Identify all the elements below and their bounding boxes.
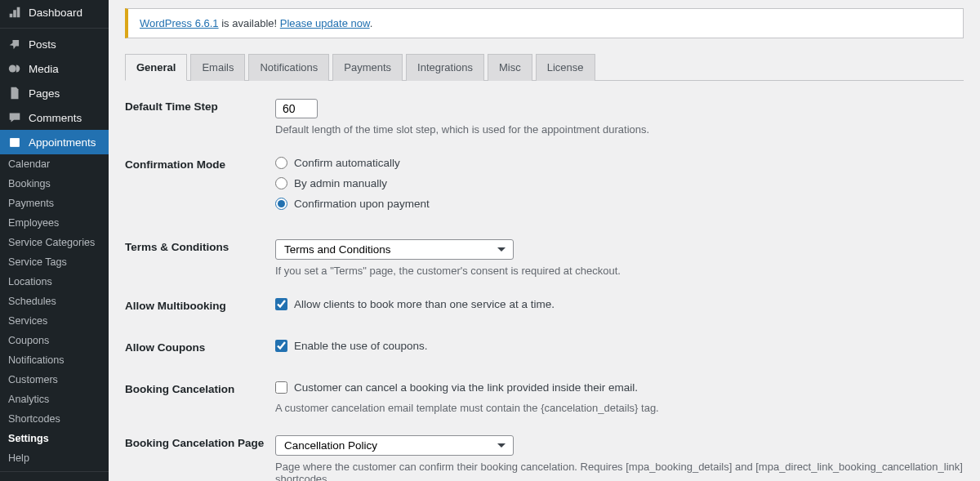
svg-point-0: [9, 65, 16, 73]
sidebar-item-media[interactable]: Media: [0, 56, 109, 81]
multi-label: Allow Multibooking: [125, 298, 275, 318]
multi-checkbox[interactable]: [275, 298, 287, 310]
cancel-label: Booking Cancelation: [125, 381, 275, 414]
confirm-radio[interactable]: [275, 157, 287, 169]
sidebar-sub-services[interactable]: Services: [0, 311, 109, 331]
sidebar-item-dashboard[interactable]: Dashboard: [0, 0, 109, 24]
cancel-page-select[interactable]: Cancellation Policy: [275, 435, 514, 456]
page-icon: [7, 86, 22, 100]
sidebar-sub-locations[interactable]: Locations: [0, 272, 109, 292]
admin-sidebar: DashboardPostsMediaPagesCommentsAppointm…: [0, 0, 109, 481]
sidebar-sub-notifications[interactable]: Notifications: [0, 350, 109, 370]
tab-license[interactable]: License: [536, 54, 595, 81]
confirm-label: Confirmation Mode: [125, 157, 275, 218]
sidebar-sub-help[interactable]: Help: [0, 448, 109, 468]
sidebar-item-posts[interactable]: Posts: [0, 32, 109, 56]
sidebar-sub-service-categories[interactable]: Service Categories: [0, 233, 109, 252]
terms-desc: If you set a "Terms" page, the customer'…: [275, 265, 964, 277]
sidebar-sub-settings[interactable]: Settings: [0, 429, 109, 448]
cancel-desc: A customer cancelation email template mu…: [275, 402, 964, 414]
sidebar-sub-bookings[interactable]: Bookings: [0, 174, 109, 194]
confirm-radio[interactable]: [275, 177, 287, 189]
dash-icon: [7, 5, 22, 20]
sidebar-item-comments[interactable]: Comments: [0, 105, 109, 130]
sidebar-sub-payments[interactable]: Payments: [0, 194, 109, 213]
sidebar-sub-analytics[interactable]: Analytics: [0, 390, 109, 409]
cancel-page-label: Booking Cancelation Page: [125, 435, 275, 481]
terms-label: Terms & Conditions: [125, 239, 275, 277]
tab-payments[interactable]: Payments: [332, 54, 403, 81]
cancel-text: Customer can cancel a booking via the li…: [294, 381, 638, 394]
tab-notifications[interactable]: Notifications: [248, 54, 329, 81]
terms-select[interactable]: Terms and Conditions: [275, 239, 514, 260]
update-now-link[interactable]: Please update now: [280, 17, 370, 29]
tab-general[interactable]: General: [125, 54, 187, 81]
sidebar-sub-shortcodes[interactable]: Shortcodes: [0, 409, 109, 429]
pin-icon: [7, 37, 22, 51]
tab-misc[interactable]: Misc: [488, 54, 532, 81]
sidebar-item-extensions[interactable]: Extensions: [0, 475, 109, 481]
sidebar-sub-schedules[interactable]: Schedules: [0, 292, 109, 311]
cancel-page-desc: Page where the customer can confirm thei…: [275, 461, 964, 481]
sidebar-item-pages[interactable]: Pages: [0, 81, 109, 105]
cancel-checkbox[interactable]: [275, 381, 287, 394]
multi-text: Allow clients to book more than one serv…: [294, 298, 555, 310]
time-step-label: Default Time Step: [125, 99, 275, 136]
time-step-input[interactable]: [275, 99, 318, 118]
sidebar-sub-service-tags[interactable]: Service Tags: [0, 252, 109, 272]
cal-icon: [7, 135, 22, 149]
confirm-radio[interactable]: [275, 198, 287, 210]
settings-tabs: GeneralEmailsNotificationsPaymentsIntegr…: [125, 53, 964, 81]
sidebar-item-appointments[interactable]: Appointments: [0, 130, 109, 154]
coupons-text: Enable the use of coupons.: [294, 340, 428, 352]
media-icon: [7, 61, 22, 76]
wp-version-link[interactable]: WordPress 6.6.1: [140, 17, 219, 29]
settings-page: WordPress 6.6.1 is available! Please upd…: [109, 0, 980, 481]
update-notice: WordPress 6.6.1 is available! Please upd…: [125, 8, 964, 38]
sidebar-sub-employees[interactable]: Employees: [0, 213, 109, 233]
time-step-desc: Default length of the time slot step, wh…: [275, 123, 964, 136]
sidebar-sub-coupons[interactable]: Coupons: [0, 331, 109, 350]
coupons-checkbox[interactable]: [275, 340, 287, 352]
comment-icon: [7, 110, 22, 125]
sidebar-sub-customers[interactable]: Customers: [0, 370, 109, 390]
coupons-label: Allow Coupons: [125, 340, 275, 360]
tab-emails[interactable]: Emails: [190, 54, 245, 81]
sidebar-sub-calendar[interactable]: Calendar: [0, 154, 109, 174]
tab-integrations[interactable]: Integrations: [406, 54, 484, 81]
